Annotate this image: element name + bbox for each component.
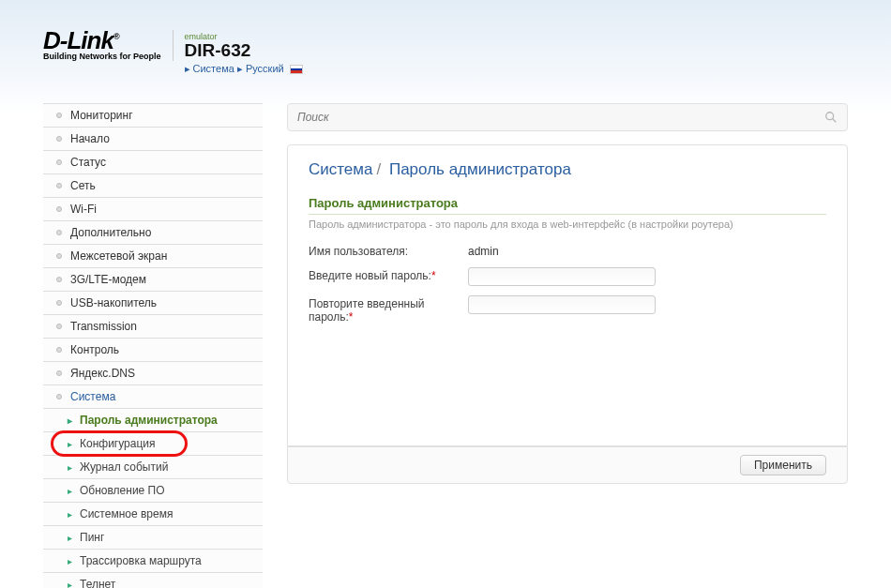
bullet-icon: [56, 113, 62, 118]
page-breadcrumb: Система/ Пароль администратора: [309, 160, 826, 179]
sidebar-item-control[interactable]: Контроль: [43, 339, 263, 362]
content-panel: Система/ Пароль администратора Пароль ад…: [287, 144, 848, 446]
chevron-right-icon: ▸: [68, 462, 72, 473]
model-name: DIR-632: [185, 41, 303, 59]
brand-tagline: Building Networks for People: [43, 52, 161, 61]
new-password-input[interactable]: [468, 267, 656, 286]
sidebar-item-transmission[interactable]: Transmission: [43, 315, 263, 339]
chevron-right-icon: ▸: [68, 509, 72, 520]
bullet-icon: [56, 183, 62, 188]
sidebar-item-usb-storage[interactable]: USB-накопитель: [43, 292, 263, 315]
bullet-icon: [56, 300, 62, 306]
flag-ru-icon: [290, 65, 303, 74]
search-box[interactable]: [287, 103, 848, 131]
sub-item-event-log[interactable]: ▸Журнал событий: [43, 456, 263, 479]
bullet-icon: [56, 277, 62, 282]
bullet-icon: [56, 370, 62, 376]
sidebar-item-advanced[interactable]: Дополнительно: [43, 221, 263, 245]
bullet-icon: [56, 206, 62, 212]
chevron-right-icon: ▸: [68, 415, 72, 426]
row-new-password: Введите новый пароль:*: [309, 267, 826, 286]
crumb-language[interactable]: Русский: [246, 63, 284, 74]
new-password-label: Введите новый пароль:*: [309, 267, 468, 282]
svg-point-0: [826, 113, 834, 120]
crumb-system[interactable]: Система: [193, 63, 234, 74]
sidebar-item-yandex-dns[interactable]: Яндекс.DNS: [43, 362, 263, 385]
sidebar-item-network[interactable]: Сеть: [43, 174, 263, 198]
sidebar-item-system[interactable]: Система: [43, 385, 263, 409]
sidebar-item-3g-lte[interactable]: 3G/LTE-модем: [43, 268, 263, 292]
bullet-icon: [56, 159, 62, 165]
panel-footer: Применить: [287, 446, 848, 484]
sidebar-item-firewall[interactable]: Межсетевой экран: [43, 245, 263, 268]
model-block: emulator DIR-632 ▸Система ▸Русский: [185, 30, 303, 75]
sub-item-ping[interactable]: ▸Пинг: [43, 526, 263, 550]
apply-button[interactable]: Применить: [740, 455, 826, 475]
row-confirm-password: Повторите введенный пароль:*: [309, 295, 826, 324]
username-value: admin: [468, 243, 499, 258]
row-username: Имя пользователя: admin: [309, 243, 826, 258]
sub-item-firmware-update[interactable]: ▸Обновление ПО: [43, 479, 263, 503]
bullet-icon: [56, 253, 62, 259]
bullet-icon: [56, 230, 62, 235]
chevron-right-icon: ▸: [68, 533, 72, 543]
brand-logo: D-Link®: [43, 30, 161, 52]
confirm-password-input[interactable]: [468, 295, 656, 314]
sidebar-item-wifi[interactable]: Wi-Fi: [43, 198, 263, 221]
sub-item-system-time[interactable]: ▸Системное время: [43, 503, 263, 526]
bullet-icon: [56, 347, 62, 353]
header-crumbs: ▸Система ▸Русский: [185, 63, 303, 75]
svg-line-1: [833, 119, 837, 123]
sub-item-configuration[interactable]: ▸Конфигурация: [43, 432, 263, 456]
chevron-right-icon: ▸: [68, 439, 72, 449]
header: D-Link® Building Networks for People emu…: [0, 0, 891, 94]
sidebar-item-monitoring[interactable]: Мониторинг: [43, 103, 263, 128]
section-description: Пароль администратора - это пароль для в…: [309, 219, 826, 230]
sub-item-telnet[interactable]: ▸Телнет: [43, 573, 263, 588]
confirm-password-label: Повторите введенный пароль:*: [309, 295, 468, 324]
crumb-current: Пароль администратора: [389, 160, 571, 178]
search-icon: [824, 111, 838, 124]
chevron-right-icon: ▸: [68, 486, 72, 496]
sidebar-item-status[interactable]: Статус: [43, 151, 263, 174]
search-input[interactable]: [297, 111, 824, 124]
bullet-icon: [56, 136, 62, 142]
logo-block: D-Link® Building Networks for People: [43, 30, 174, 61]
bullet-icon: [56, 394, 62, 400]
username-label: Имя пользователя:: [309, 243, 468, 258]
section-title: Пароль администратора: [309, 196, 826, 215]
crumb-parent[interactable]: Система: [309, 160, 372, 178]
sidebar-item-start[interactable]: Начало: [43, 128, 263, 151]
sub-item-traceroute[interactable]: ▸Трассировка маршрута: [43, 550, 263, 573]
sidebar: Мониторинг Начало Статус Сеть Wi-Fi Допо…: [43, 103, 263, 588]
sub-item-admin-password[interactable]: ▸Пароль администратора: [43, 409, 263, 432]
bullet-icon: [56, 324, 62, 329]
chevron-right-icon: ▸: [68, 556, 72, 566]
chevron-right-icon: ▸: [68, 580, 72, 589]
